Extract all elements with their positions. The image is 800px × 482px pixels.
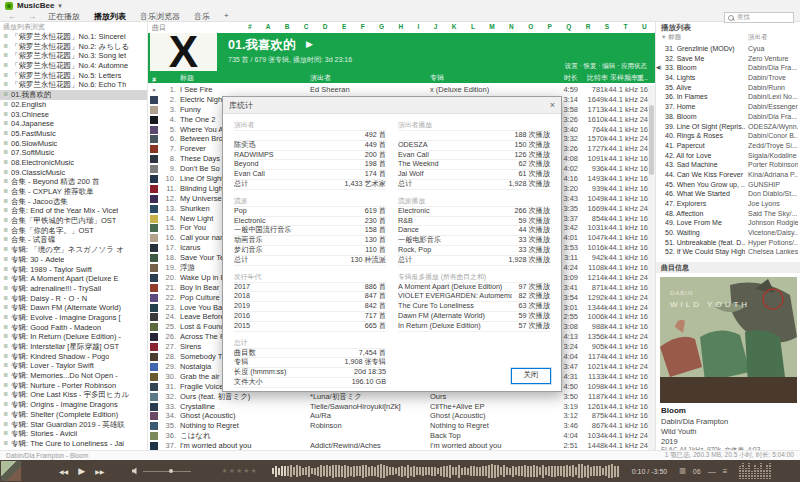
sidebar-item[interactable]: ≣专辑: Evolve - Imagine Dragons [ <box>0 313 147 323</box>
sidebar-item[interactable]: ≣「紫罗兰永恒花园」No.1: Sincerel <box>0 32 147 42</box>
queue-item[interactable]: 31. Grenzlinie (MODv)Cyua <box>656 44 800 54</box>
queue-item[interactable]: 35. AliveDabin/Runn <box>656 83 800 93</box>
track-row[interactable]: 37.I'm worried about youAddict/Rewind/Ac… <box>148 441 648 450</box>
sidebar-item[interactable]: ≣「紫罗兰永恒花园」No.5: Letters <box>0 71 147 81</box>
sidebar-item[interactable]: ≣专辑: Dawn FM (Alternate World) <box>0 303 147 313</box>
close-icon[interactable]: × <box>550 100 555 110</box>
forward-button[interactable]: → <box>28 12 36 21</box>
rating-stars[interactable]: ★★★★★ <box>221 467 257 475</box>
queue-item[interactable]: 46. What We StartedDon Diablo/St... <box>656 189 800 199</box>
queue-item[interactable]: 44. Can We Kiss ForeverKina/Adriana P... <box>656 170 800 180</box>
tab-+[interactable]: + <box>224 11 229 22</box>
queue-item[interactable]: 51. Unbreakable (feat. D...Hyper Potions… <box>656 238 800 248</box>
waveform-seekbar[interactable] <box>272 462 622 480</box>
equalizer-icon[interactable]: ▥ <box>679 467 686 475</box>
close-button[interactable]: 关闭 <box>511 368 551 384</box>
sidebar-item[interactable]: ≣专辑: Origins - Imagine Dragons <box>0 400 147 410</box>
sidebar-item[interactable]: ≣专辑: A Moment Apart (Deluxe E <box>0 274 147 284</box>
alphabet-jump-bar[interactable]: # A B C D E F G H I J K L M N O P Q R S … <box>248 23 655 30</box>
play-playlist-button[interactable]: ▶ <box>306 39 313 49</box>
previous-button[interactable]: ◀◀ <box>59 468 68 475</box>
volume-slider[interactable] <box>143 471 191 472</box>
sidebar-item[interactable]: ≣05.FastMusic <box>0 129 147 139</box>
track-list-scrollbar[interactable] <box>648 85 655 450</box>
sidebar-item[interactable]: ≣合集「你的名字。」OST <box>0 226 147 236</box>
sidebar-item[interactable]: ≣专辑: Interstellar [星际穿越] OST <box>0 342 147 352</box>
sidebar-item[interactable]: ≣03.Chinese <box>0 110 147 120</box>
track-row[interactable]: 32.Ours (feat. 初音ミク)*Luna/初音ミクOurs3:5011… <box>148 392 648 402</box>
tab-播放列表[interactable]: 播放列表 <box>94 11 126 22</box>
queue-item[interactable]: 49. Love From MeJohnson Rodgie <box>656 218 800 228</box>
sidebar-item[interactable]: ≣专辑: 30 - Adele <box>0 255 147 265</box>
queue-item[interactable]: 50. WaitingVicetone/Daisy... <box>656 228 800 238</box>
queue-column-headers[interactable]: ▼ 标题 演出者 <box>656 33 800 43</box>
queue-item[interactable]: 36. In FlamesDabin/Lexi No... <box>656 92 800 102</box>
sidebar-item[interactable]: ≣专辑: Kindred Shadow - Pogo <box>0 352 147 362</box>
sidebar-item[interactable]: ≣08.ElectronicMusic <box>0 158 147 168</box>
next-button[interactable]: ▶▶ <box>95 468 104 475</box>
sidebar-item[interactable]: ≣「紫罗兰永恒花园」No.3: Song let <box>0 51 147 61</box>
track-row[interactable]: 34.Ghost (Acoustic)Au/RaGhost (Acoustic)… <box>148 411 648 421</box>
sidebar-item[interactable]: ≣专辑: Daisy - R・O・N <box>0 294 147 304</box>
sidebar-item[interactable]: ≣专辑: Memories...Do Not Open - <box>0 371 147 381</box>
sidebar-item[interactable]: ≣专辑: In Return (Deluxe Edition) - <box>0 332 147 342</box>
sidebar-item[interactable]: ≣合集 - Beyond 精选 200 首 <box>0 177 147 187</box>
sidebar-item[interactable]: ≣合集: End of the Year Mix - Vicet <box>0 206 147 216</box>
queue-item[interactable]: 43. Sad MachinePorter Robinson <box>656 160 800 170</box>
queue-item[interactable]: 48. AffectionSaid The Sky/... <box>656 209 800 219</box>
queue-item[interactable]: 34. LightsDabin/Trove <box>656 73 800 83</box>
sidebar-item[interactable]: ≣专辑: adrenaline!!! - TrySail <box>0 284 147 294</box>
queue-item[interactable]: 32. Save MeZero Venture <box>656 54 800 64</box>
sidebar-item[interactable]: ≣06.SlowMusic <box>0 139 147 149</box>
sidebar-item[interactable]: ≣专辑: Star Guardian 2019 - 英雄联 <box>0 420 147 430</box>
sidebar-item[interactable]: ≣04.Japanese <box>0 119 147 129</box>
queue-item[interactable]: 47. ExplorersJoe Lyons <box>656 199 800 209</box>
sidebar-item[interactable]: ≣专辑: 1989 - Taylor Swift <box>0 265 147 275</box>
sidebar-item[interactable]: ≣专辑: Good Faith - Madeon <box>0 323 147 333</box>
track-row[interactable]: 33.CrystallineTielle/SawanoHiroyuki[nZk]… <box>148 402 648 412</box>
tab-正在播放[interactable]: 正在播放 <box>48 11 80 22</box>
tab-音乐[interactable]: 音乐 <box>194 11 210 22</box>
sidebar-item[interactable]: ≣01.我喜欢的 <box>0 90 147 100</box>
volume-control[interactable] <box>132 467 191 475</box>
queue-item[interactable]: 40. Rings & RosesDabin/Conor B... <box>656 131 800 141</box>
queue-item[interactable]: ◀)33. BloomDabin/Dia Fra... <box>656 63 800 73</box>
queue-count-badge[interactable]: 06 <box>693 468 701 475</box>
queue-item[interactable]: 42. All for LoveSigala/Kodaline <box>656 151 800 161</box>
track-row[interactable]: 35.Nothing to RegretRobinsonNothing to R… <box>148 421 648 431</box>
sidebar-item[interactable]: ≣07.SoftMusic <box>0 148 147 158</box>
sidebar-item[interactable]: ≣09.ClassicMusic <box>0 168 147 178</box>
track-row[interactable]: ×1.I See FireEd Sheeranx (Deluxe Edition… <box>148 85 648 95</box>
track-list-column-headers[interactable]: # ▲ 标题 演出者 专辑 时长 比特率 采样频率 重.. <box>148 70 655 83</box>
sidebar-item[interactable]: ≣「紫罗兰永恒花园」No.6: Echo Th <box>0 80 147 90</box>
sidebar-item[interactable]: ≣合集 - Jacoo选集 <box>0 197 147 207</box>
tab-音乐浏览器[interactable]: 音乐浏览器 <box>140 11 180 22</box>
app-menu-caret-icon[interactable]: ▾ <box>58 2 62 10</box>
album-art[interactable]: DABIN WILD YOUTH <box>660 277 797 403</box>
sidebar-item[interactable]: ≣合集 - 试音碟 <box>0 235 147 245</box>
sidebar-item[interactable]: ≣专辑: The Cure to Loneliness - Jai <box>0 439 147 449</box>
volume-slider-handle[interactable] <box>169 469 173 473</box>
queue-item[interactable]: 38. BloomDabin/Dia Fra... <box>656 112 800 122</box>
sidebar-item[interactable]: ≣专辑: Lover - Taylor Swift <box>0 361 147 371</box>
player-album-thumb[interactable] <box>1 461 21 481</box>
sidebar-item[interactable]: ≣合集「甲铁城的卡巴内瑞」OST <box>0 216 147 226</box>
sidebar-item[interactable]: ≣02.English <box>0 100 147 110</box>
dialog-titlebar[interactable]: 库统计 × <box>223 97 561 114</box>
back-button[interactable]: ← <box>8 12 16 21</box>
sidebar-item[interactable]: ≣「紫罗兰永恒花园」No.4: Automne <box>0 61 147 71</box>
scrollbar-thumb[interactable] <box>649 105 654 175</box>
sidebar-item[interactable]: ≣专辑: Shelter (Complete Edition) <box>0 410 147 420</box>
sidebar-item[interactable]: ≣「紫罗兰永恒花园」No.2: みちしる <box>0 42 147 52</box>
queue-item[interactable]: 41. PapercutZedd/Troye Si... <box>656 141 800 151</box>
playlist-cover-art[interactable]: X <box>150 33 217 71</box>
track-row[interactable]: 36.こはなれBack Top4:041034k44.1 kHz24 <box>148 431 648 441</box>
minimize-player-icon[interactable]: — <box>708 467 716 476</box>
sidebar-item[interactable]: ≣专辑: Nurture - Porter Robinson <box>0 381 147 391</box>
player-menu-icon[interactable]: ≡ <box>723 467 728 476</box>
queue-item[interactable]: 37. HomeDabin/Essenger <box>656 102 800 112</box>
play-button[interactable]: ▶ <box>78 466 85 476</box>
queue-item[interactable]: 52. If We Could Stay HighChelsea Lankes.… <box>656 247 800 257</box>
sidebar-item[interactable]: ≣专辑: One Last Kiss - 宇多田ヒカル <box>0 390 147 400</box>
sidebar-item[interactable]: ≣合集 - CXPLAY 推荐歌单 <box>0 187 147 197</box>
